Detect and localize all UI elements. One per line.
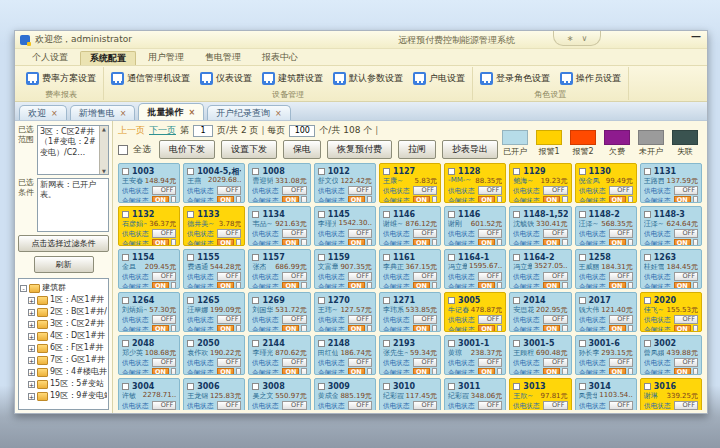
card-checkbox[interactable]: [318, 168, 325, 175]
meter-card[interactable]: 1148-3 汪泽~ 624.64元 供电状态 OFF 合闸: [640, 206, 702, 246]
meter-card[interactable]: 1270 王玮~ 127.57元 供电状态 OFF 合闸状态: [314, 292, 376, 332]
card-checkbox[interactable]: [252, 383, 259, 390]
batch-action-button[interactable]: 保电: [283, 140, 321, 159]
meter-card[interactable]: 3001-1 黄琼 238.37元 供电状态 OFF 合闸状: [444, 335, 506, 375]
batch-action-button[interactable]: 拉闸: [398, 140, 436, 159]
card-checkbox[interactable]: [448, 254, 455, 261]
card-checkbox[interactable]: [252, 297, 259, 304]
meter-card[interactable]: 1154 金旦 209.45元 供电状态 OFF 合闸状态: [118, 249, 180, 289]
card-checkbox[interactable]: [122, 340, 129, 347]
batch-action-button[interactable]: 电价下发: [159, 140, 215, 159]
meter-card[interactable]: 1155 费遇通 544.28元 供电状态 OFF 合闸状态: [183, 249, 245, 289]
meter-card[interactable]: 1129 鲍海~ 19.23元 供电状态 OFF 合闸状态: [509, 163, 571, 203]
meter-card[interactable]: 3013 王欣~ 97.81元 供电状态 OFF 合闸状态: [509, 378, 571, 410]
meter-card[interactable]: 2017 钱大伟 121.40元 供电状态 OFF 合闸状态: [575, 292, 637, 332]
tree-item[interactable]: 6区：F区1#井（F区1#…: [28, 342, 107, 354]
meter-card[interactable]: 1008 曹迎韬~ 331.08元 供电状态 OFF 合闸状: [248, 163, 310, 203]
card-checkbox[interactable]: [122, 168, 129, 175]
card-checkbox[interactable]: [579, 383, 586, 390]
card-checkbox[interactable]: [187, 340, 194, 347]
card-checkbox[interactable]: [579, 254, 586, 261]
meter-card[interactable]: 1127 王康~ 5.83元 供电状态 OFF 合闸状态: [379, 163, 441, 203]
document-tab[interactable]: 开户纪录查询 ×: [207, 105, 291, 120]
meter-card[interactable]: 1161 李典正 367.15元 供电状态 OFF 合闸状态: [379, 249, 441, 289]
card-checkbox[interactable]: [644, 340, 651, 347]
meter-card[interactable]: 1157 张杰 686.99元 供电状态 OFF 合闸状态: [248, 249, 310, 289]
card-checkbox[interactable]: [383, 297, 390, 304]
tree-item[interactable]: 15区：5#变站（3#变…: [28, 378, 107, 390]
meter-card[interactable]: 1134 韦品~ 921.63元 供电状态 OFF 合闸状态: [248, 206, 310, 246]
meter-card[interactable]: 2144 李瑾光 870.62元 供电状态 OFF 合闸状态: [248, 335, 310, 375]
select-all-checkbox[interactable]: [118, 145, 128, 155]
tree-expand-icon[interactable]: [28, 369, 35, 376]
ribbon-collapse-tab[interactable]: [553, 31, 601, 46]
tree-item[interactable]: 3区：C区2#井（1#变…: [28, 318, 107, 330]
meter-card[interactable]: 3001-5 王顾程 690.48元 供电状态 OFF 合闸: [509, 335, 571, 375]
card-checkbox[interactable]: [318, 297, 325, 304]
ribbon-tab[interactable]: 报表中心: [253, 51, 307, 65]
meter-card[interactable]: 3006 王龙锦 125.83元 供电状态 OFF 合闸状态: [183, 378, 245, 410]
meter-card[interactable]: 3010 纪彩霞~ 117.45元 供电状态 OFF 合闸状: [379, 378, 441, 410]
card-checkbox[interactable]: [383, 383, 390, 390]
page-size-input[interactable]: [289, 125, 315, 137]
listbox-scrollbar[interactable]: [99, 126, 108, 174]
minimize-icon[interactable]: [691, 31, 701, 42]
batch-action-button[interactable]: 设置下发: [221, 140, 277, 159]
selected-range-item[interactable]: 变电）/C2…: [40, 148, 99, 158]
meter-card[interactable]: 1271 李玮系 533.85元 供电状态 OFF 合闸状态: [379, 292, 441, 332]
close-icon[interactable]: ×: [275, 109, 282, 118]
meter-card[interactable]: 2014 安思花 202.95元 供电状态 OFF 合闸状态: [509, 292, 571, 332]
tree-expand-icon[interactable]: [28, 321, 35, 328]
card-checkbox[interactable]: [383, 340, 390, 347]
batch-action-button[interactable]: 恢复预付费: [327, 140, 392, 159]
meter-card[interactable]: 1148-2 汪泽~ 568.35元 供电状态 OFF 合闸: [575, 206, 637, 246]
close-icon[interactable]: ×: [51, 109, 58, 118]
card-checkbox[interactable]: [644, 254, 651, 261]
meter-card[interactable]: 3009 黄成金 885.19元 供电状态 OFF 合闸状态: [314, 378, 376, 410]
meter-card[interactable]: 1131 王路西~ 137.59元 供电状态 OFF 合闸状: [640, 163, 702, 203]
card-checkbox[interactable]: [252, 168, 259, 175]
meter-card[interactable]: 3002 曾凤娥 439.88元 供电状态 OFF 合闸状态: [640, 335, 702, 375]
scroll-down-icon[interactable]: [102, 168, 106, 174]
card-checkbox[interactable]: [252, 340, 259, 347]
card-checkbox[interactable]: [122, 297, 129, 304]
selected-range-listbox[interactable]: 3区：C区2#井（1#变电：2#变电）/C2…: [37, 125, 109, 175]
meter-card[interactable]: 3016 谢琳 339.25元 供电状态 OFF 合闸状态: [640, 378, 702, 410]
meter-card[interactable]: 1004-5,相一 王燕 2029.68.. 供电状态 OFF: [183, 163, 245, 203]
meter-card[interactable]: 3001-6 孙长李~ 293.15元 供电状态 OFF 合: [575, 335, 637, 375]
refresh-button[interactable]: 刷新: [34, 256, 94, 273]
card-checkbox[interactable]: [383, 211, 390, 218]
ribbon-button[interactable]: 默认参数设置: [333, 72, 403, 85]
card-checkbox[interactable]: [383, 168, 390, 175]
ribbon-button[interactable]: 费率方案设置: [26, 72, 96, 85]
meter-card[interactable]: 1164-1 冯立章 1595.67.. 供电状态 OFF: [444, 249, 506, 289]
page-number-input[interactable]: [193, 125, 213, 137]
card-checkbox[interactable]: [383, 254, 390, 261]
card-checkbox[interactable]: [644, 211, 651, 218]
tree-item[interactable]: 7区：G区1#井: [28, 354, 107, 366]
ribbon-button[interactable]: 建筑群设置: [262, 72, 323, 85]
meter-card[interactable]: 3004 许敏 2278.71.. 供电状态 OFF 合闸状: [118, 378, 180, 410]
ribbon-button[interactable]: 通信管理机设置: [111, 72, 190, 85]
meter-card[interactable]: 2048 郑少英 108.68元 供电状态 OFF 合闸状态: [118, 335, 180, 375]
card-checkbox[interactable]: [513, 211, 520, 218]
card-checkbox[interactable]: [448, 340, 455, 347]
meter-card[interactable]: 1263 桂娃雪~ 184.45元 供电状态 OFF 合闸状: [640, 249, 702, 289]
meter-card[interactable]: 1130 倪金凤 99.49元 供电状态 OFF 合闸状态: [575, 163, 637, 203]
card-checkbox[interactable]: [513, 297, 520, 304]
meter-card[interactable]: 1128 -MM-~ 88.35元 供电状态 OFF 合闸状: [444, 163, 506, 203]
card-checkbox[interactable]: [513, 383, 520, 390]
card-checkbox[interactable]: [579, 340, 586, 347]
card-checkbox[interactable]: [187, 168, 194, 175]
card-checkbox[interactable]: [513, 168, 520, 175]
card-checkbox[interactable]: [513, 254, 520, 261]
ribbon-button[interactable]: 户电设置: [413, 72, 465, 85]
meter-card[interactable]: 3014 凤贵华 1103.54.. 供电状态 OFF 合闸: [575, 378, 637, 410]
meter-card[interactable]: 1258 王威丽~ 184.31元 供电状态 OFF 合闸状: [575, 249, 637, 289]
chevron-down-icon[interactable]: [581, 34, 587, 43]
ribbon-tab[interactable]: 售电管理: [196, 51, 250, 65]
ribbon-button[interactable]: 登录角色设置: [480, 72, 550, 85]
tree-root[interactable]: 建筑群: [20, 282, 107, 294]
close-icon[interactable]: ×: [188, 108, 195, 117]
selected-range-item[interactable]: （1#变电：2#: [40, 137, 99, 147]
